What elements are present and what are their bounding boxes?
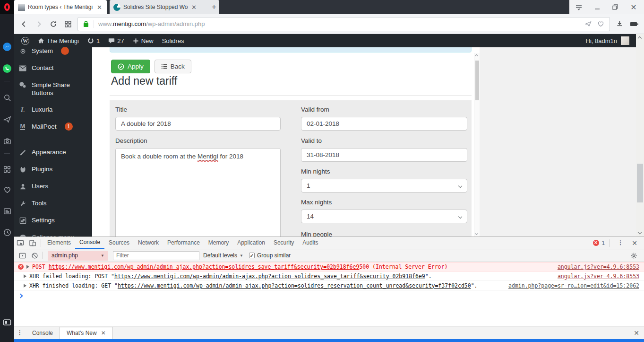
personal-news-icon[interactable]: [2, 206, 12, 216]
back-icon[interactable]: [19, 19, 29, 29]
admin-bar-new[interactable]: New: [129, 34, 157, 47]
clear-console-icon[interactable]: [28, 250, 41, 262]
drawer-menu-icon[interactable]: ⋮: [14, 332, 26, 334]
devtools-close-icon[interactable]: ✕: [629, 239, 640, 247]
admin-bar-solidres[interactable]: Solidres: [159, 34, 188, 47]
search-icon[interactable]: [2, 93, 12, 102]
console-error-row[interactable]: ✕ POST https://www.mentigi.com/wp-admin/…: [14, 262, 644, 272]
tab-room-types[interactable]: Room types ‹ The Mentigi ✕: [14, 0, 107, 14]
tab-network[interactable]: Network: [134, 237, 163, 249]
back-button[interactable]: Back: [155, 60, 191, 73]
execution-context-selector[interactable]: admin.php ▼: [48, 251, 108, 261]
request-url-link[interactable]: https://www.mentigi.com/wp-admin/admin-a…: [114, 273, 425, 280]
source-location-link[interactable]: angular.js?ver=4.9.6:8553: [548, 273, 639, 280]
reload-icon[interactable]: [48, 19, 59, 29]
scroll-down-icon[interactable]: [475, 232, 478, 235]
apply-button[interactable]: Apply: [111, 60, 150, 73]
group-similar-checkbox[interactable]: ✓: [249, 253, 255, 258]
messenger-icon[interactable]: [2, 42, 12, 52]
avatar[interactable]: [621, 36, 629, 45]
drawer-tab-whats-new[interactable]: What's New ✕: [60, 327, 113, 340]
admin-bar-greeting[interactable]: Hi, 8adm1n: [586, 37, 617, 44]
snapshot-camera-icon[interactable]: [2, 136, 12, 146]
console-sidebar-icon[interactable]: [16, 250, 28, 262]
speed-dial-icon[interactable]: [2, 165, 12, 174]
battery-saver-icon[interactable]: [629, 19, 639, 29]
tab-audits[interactable]: Audits: [298, 237, 322, 249]
scroll-down-icon[interactable]: [638, 230, 642, 234]
expand-triangle-icon[interactable]: [26, 265, 29, 269]
device-toolbar-icon[interactable]: [26, 237, 39, 249]
tab-performance[interactable]: Performance: [163, 237, 204, 249]
sidebar-item-settings[interactable]: Settings: [14, 212, 92, 229]
page-scrollbar[interactable]: [636, 34, 644, 237]
valid-from-input[interactable]: [301, 117, 467, 131]
sidebar-item-luxuria[interactable]: L Luxuria: [14, 101, 92, 118]
tab-elements[interactable]: Elements: [43, 237, 75, 249]
inspect-element-icon[interactable]: [14, 237, 26, 249]
tab-security[interactable]: Security: [269, 237, 298, 249]
valid-to-input[interactable]: [301, 148, 467, 162]
whatsapp-icon[interactable]: [2, 64, 12, 73]
console-filter-input[interactable]: [113, 251, 199, 260]
tab-menu-icon[interactable]: [574, 2, 584, 12]
restore-button[interactable]: [610, 2, 620, 12]
console-empty-space[interactable]: [14, 301, 644, 326]
tab-close-icon[interactable]: ✕: [190, 3, 197, 11]
sidebar-item-collapse-menu[interactable]: Collapse menu: [14, 229, 92, 237]
speed-dial-grid-icon[interactable]: [63, 19, 73, 29]
devtools-menu-icon[interactable]: ⋮: [615, 242, 626, 244]
scroll-up-icon[interactable]: [638, 36, 642, 40]
sidebar-item-mailpoet[interactable]: M MailPoet 1: [14, 118, 92, 135]
sidebar-item-simple-share-buttons[interactable]: Simple Share Buttons: [14, 77, 92, 101]
sidebar-item-appearance[interactable]: Appearance: [14, 144, 92, 161]
drawer-tab-close-icon[interactable]: ✕: [101, 330, 106, 336]
request-url-link[interactable]: https://www.mentigi.com/wp-admin/admin-a…: [49, 263, 360, 270]
content-scrollbar[interactable]: [474, 53, 480, 237]
tab-console[interactable]: Console: [75, 237, 104, 249]
admin-bar-comments[interactable]: 27: [105, 34, 127, 47]
request-url-link[interactable]: https://www.mentigi.com/wp-admin/admin-a…: [118, 282, 471, 289]
console-settings-gear-icon[interactable]: [630, 252, 642, 259]
bookmarks-heart-icon[interactable]: [2, 185, 12, 194]
sidebar-item-tools[interactable]: Tools: [14, 195, 92, 212]
expand-triangle-icon[interactable]: [24, 284, 26, 288]
console-log-row[interactable]: XHR finished loading: GET " https://www.…: [14, 281, 644, 290]
sidebar-item-contact[interactable]: Contact: [14, 60, 92, 77]
sidebar-item-system[interactable]: System: [14, 47, 92, 60]
minimize-button[interactable]: [592, 2, 602, 12]
scrollbar-thumb[interactable]: [475, 61, 479, 100]
source-location-link[interactable]: admin.php?page=sr-ro…ion=edit&id=15:2062: [499, 282, 639, 289]
opera-logo[interactable]: [0, 0, 14, 14]
close-window-button[interactable]: ✕: [629, 2, 638, 12]
description-textarea[interactable]: Book a double room at the Mentigi for 20…: [115, 148, 281, 237]
scroll-up-icon[interactable]: [475, 54, 478, 58]
bookmark-heart-icon[interactable]: [597, 20, 605, 28]
tab-solidres[interactable]: Solidres Site Stopped Wor ✕: [110, 0, 201, 14]
scrollbar-thumb[interactable]: [637, 164, 643, 202]
sidebar-item-users[interactable]: Users: [14, 178, 92, 195]
log-levels-dropdown[interactable]: Default levels ▼: [203, 252, 243, 259]
tab-close-icon[interactable]: ✕: [96, 3, 103, 11]
tab-sources[interactable]: Sources: [104, 237, 134, 249]
min-nights-select[interactable]: 1: [301, 179, 467, 193]
max-nights-select[interactable]: 14: [301, 210, 467, 223]
new-tab-button[interactable]: +: [209, 2, 219, 12]
sidebar-item-plugins[interactable]: Plugins: [14, 161, 92, 178]
drawer-close-icon[interactable]: ✕: [631, 329, 644, 337]
sidebar-setup-icon[interactable]: [2, 317, 12, 327]
source-location-link[interactable]: angular.js?ver=4.9.6:8553: [548, 263, 639, 270]
my-flow-icon[interactable]: [2, 114, 12, 124]
admin-bar-updates[interactable]: 1: [84, 34, 103, 47]
drawer-tab-console[interactable]: Console: [26, 330, 60, 336]
forward-icon[interactable]: [34, 19, 44, 29]
console-prompt[interactable]: [14, 290, 644, 301]
tab-application[interactable]: Application: [233, 237, 269, 249]
tab-memory[interactable]: Memory: [204, 237, 233, 249]
history-clock-icon[interactable]: [2, 228, 12, 237]
url-field[interactable]: www.mentigi.com/wp-admin/admin.php: [77, 17, 610, 31]
admin-bar-site-name[interactable]: The Mentigi: [34, 34, 82, 47]
wp-logo-icon[interactable]: W: [18, 34, 33, 47]
console-log-row[interactable]: XHR failed loading: POST " https://www.m…: [14, 272, 644, 281]
share-send-icon[interactable]: [584, 20, 592, 28]
